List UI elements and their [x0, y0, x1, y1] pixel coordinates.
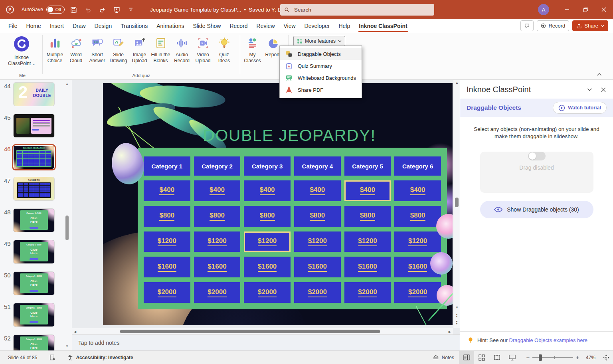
slide-thumbnail-44[interactable]: 2DAILYDOUBLE — [14, 83, 54, 106]
slide-thumbnail-46[interactable]: DOUBLE JEOPARDY! — [14, 146, 54, 169]
ribbon-button-fill-in-the-blanks[interactable]: Fill in theBlanks — [150, 33, 171, 79]
slide-thumbnail-48[interactable]: Category 1 - $400ClueHere — [14, 209, 54, 232]
zoom-level[interactable]: 47% — [582, 355, 599, 360]
notes-toggle-button[interactable]: Notes — [427, 351, 459, 364]
spellcheck-button[interactable] — [49, 354, 56, 361]
board-cell-c6-2000[interactable]: $2000 — [394, 282, 441, 303]
menu-tab-record[interactable]: Record — [225, 19, 252, 33]
drag-toggle[interactable] — [528, 152, 546, 160]
document-title[interactable]: Jeopardy Game Template by ClassP... • Sa… — [150, 7, 297, 13]
menu-tab-view[interactable]: View — [279, 19, 300, 33]
menu-tab-help[interactable]: Help — [334, 19, 354, 33]
watch-tutorial-button[interactable]: Watch tutorial — [553, 102, 607, 114]
slide-title[interactable]: DOUBLE JEOPARDY! — [103, 126, 453, 145]
menu-item-quiz-summary[interactable]: Quiz Summary — [280, 60, 362, 72]
category-header-2[interactable]: Category 2 — [194, 156, 241, 176]
scroll-left-icon[interactable]: ◀ — [74, 330, 76, 334]
category-header-4[interactable]: Category 4 — [294, 156, 341, 176]
board-cell-c4-2000[interactable]: $2000 — [294, 282, 341, 303]
board-cell-c1-2000[interactable]: $2000 — [144, 282, 190, 303]
scroll-up-icon[interactable]: ▲ — [455, 81, 459, 85]
start-slideshow-button[interactable] — [111, 4, 122, 15]
zoom-slider-thumb[interactable] — [539, 354, 542, 361]
ribbon-button-word-cloud[interactable]: WordCloud — [65, 33, 87, 79]
board-cell-c2-800[interactable]: $800 — [194, 206, 241, 227]
minimize-button[interactable] — [558, 0, 576, 19]
board-cell-c5-2000[interactable]: $2000 — [344, 282, 391, 303]
board-cell-c1-1600[interactable]: $1600 — [144, 257, 190, 277]
slide-thumbnail-50[interactable]: Category 1 - $1200ClueHere — [14, 272, 54, 295]
slide-thumbnail-49[interactable]: Category 1 - $800ClueHere — [14, 240, 54, 263]
category-header-1[interactable]: Category 1 — [144, 156, 190, 176]
menu-tab-transitions[interactable]: Transitions — [116, 19, 152, 33]
category-header-3[interactable]: Category 3 — [244, 156, 291, 176]
normal-view-button[interactable] — [459, 351, 474, 364]
board-cell-c2-400[interactable]: $400 — [194, 180, 241, 201]
menu-tab-review[interactable]: Review — [252, 19, 279, 33]
board-cell-c5-400[interactable]: $400 — [344, 180, 391, 201]
search-box[interactable] — [280, 4, 434, 16]
ribbon-button-short-answer[interactable]: ShortAnswer — [87, 33, 108, 79]
hint-link[interactable]: Draggable Objects examples here — [509, 337, 588, 343]
board-cell-c4-1600[interactable]: $1600 — [294, 257, 341, 277]
menu-tab-draw[interactable]: Draw — [68, 19, 90, 33]
board-cell-c5-800[interactable]: $800 — [344, 206, 391, 227]
board-cell-c3-1200[interactable]: $1200 — [244, 231, 291, 252]
undo-button[interactable] — [82, 4, 93, 15]
thumbs-scrollbar-thumb[interactable] — [65, 216, 69, 240]
board-cell-c3-400[interactable]: $400 — [244, 180, 291, 201]
record-button[interactable]: Record — [537, 20, 569, 31]
ribbon-button-slide-drawing[interactable]: SlideDrawing — [108, 33, 129, 79]
menu-tab-developer[interactable]: Developer — [300, 19, 334, 33]
next-slide-button[interactable]: ▼▼ — [453, 320, 460, 324]
show-draggable-objects-button[interactable]: Show Draggable objects (30) — [480, 201, 593, 218]
board-cell-c6-800[interactable]: $800 — [394, 206, 441, 227]
canvas-horizontal-scrollbar[interactable]: ◀ ▶ — [72, 328, 453, 334]
board-cell-c4-1200[interactable]: $1200 — [294, 231, 341, 252]
comments-button[interactable] — [520, 20, 534, 31]
zoom-slider[interactable] — [532, 351, 573, 364]
quick-access-chevron-icon[interactable] — [125, 4, 136, 15]
share-button[interactable]: Share — [572, 20, 608, 31]
hscrollbar-thumb[interactable] — [120, 330, 380, 333]
board-cell-c3-1600[interactable]: $1600 — [244, 257, 291, 277]
board-cell-c6-400[interactable]: $400 — [394, 180, 441, 201]
board-cell-c2-1600[interactable]: $1600 — [194, 257, 241, 277]
board-cell-c3-800[interactable]: $800 — [244, 206, 291, 227]
menu-tab-inknoe-classpoint[interactable]: Inknoe ClassPoint — [354, 19, 411, 33]
slide-sorter-button[interactable] — [474, 351, 489, 364]
board-cell-c1-400[interactable]: $400 — [144, 180, 190, 201]
slide-thumbnail-52[interactable]: Category 1 - $2000ClueHere — [14, 335, 54, 350]
restore-button[interactable] — [576, 0, 595, 19]
ribbon-button-quiz-ideas[interactable]: QuizIdeas — [214, 33, 235, 79]
board-cell-c6-1200[interactable]: $1200 — [394, 231, 441, 252]
close-window-button[interactable] — [595, 0, 613, 19]
ribbon-button-video-upload[interactable]: VideoUpload — [192, 33, 214, 79]
board-cell-c2-2000[interactable]: $2000 — [194, 282, 241, 303]
board-cell-c5-1600[interactable]: $1600 — [344, 257, 391, 277]
my-classes-button[interactable]: MyClasses — [242, 33, 263, 79]
slide-editing-area[interactable]: DOUBLE JEOPARDY! Category 1Category 2Cat… — [103, 83, 453, 325]
canvas-vertical-scrollbar[interactable]: ▲ ▼ ▲▲ ▼▼ — [453, 80, 460, 328]
panel-collapse-chevron-icon[interactable] — [587, 88, 592, 91]
autosave-toggle[interactable]: Off — [46, 6, 65, 14]
redo-button[interactable] — [97, 4, 108, 15]
panel-close-icon[interactable] — [601, 87, 606, 92]
ribbon-button-multiple-choice[interactable]: MultipleChoice — [44, 33, 65, 79]
menu-tab-insert[interactable]: Insert — [45, 19, 68, 33]
ribbon-button-image-upload[interactable]: ImageUpload — [129, 33, 150, 79]
reading-view-button[interactable] — [489, 351, 504, 364]
menu-tab-design[interactable]: Design — [90, 19, 117, 33]
vscrollbar-thumb[interactable] — [455, 198, 459, 207]
menu-item-whiteboard-backgrounds[interactable]: Whiteboard Backgrounds — [280, 72, 362, 84]
thumbs-scroll-down-icon[interactable]: ▼ — [65, 344, 69, 348]
board-cell-c4-400[interactable]: $400 — [294, 180, 341, 201]
avatar[interactable]: A — [538, 4, 549, 15]
menu-item-share-pdf[interactable]: Share PDF — [280, 84, 362, 96]
classpoint-main-button[interactable]: InknoeClassPoint ⌄ — [4, 33, 39, 79]
menu-tab-home[interactable]: Home — [22, 19, 45, 33]
search-input[interactable] — [293, 6, 430, 13]
menu-tab-file[interactable]: File — [4, 19, 22, 33]
board-cell-c5-1200[interactable]: $1200 — [344, 231, 391, 252]
board-cell-c4-800[interactable]: $800 — [294, 206, 341, 227]
